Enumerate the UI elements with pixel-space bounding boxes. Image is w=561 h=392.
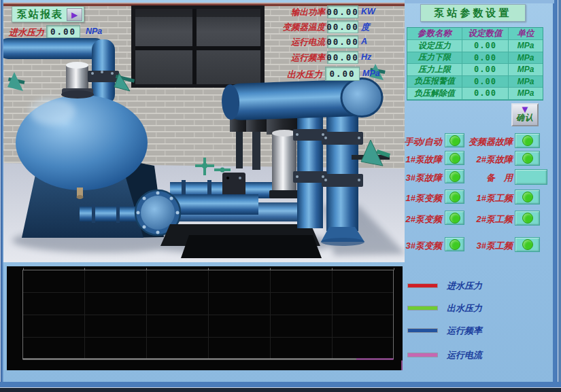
- lamp-pump2-fault: [515, 151, 540, 166]
- lamp-pump3-mains: [515, 237, 540, 252]
- status-label-spare: 备 用: [465, 172, 513, 184]
- pump-station-hmi: 泵站报表 ▶ 进水压力 0.00 NPa 输出功率 00.00 KW 变频器温度…: [0, 0, 561, 392]
- status-lamp: [449, 135, 460, 146]
- param-value-input[interactable]: 0.00: [462, 52, 509, 65]
- table-row: 设定压力 0.00 MPa: [407, 40, 543, 52]
- settings-table: 参数名称 设定数值 单位 设定压力 0.00 MPa 压力下限 0.00 MPa…: [407, 27, 543, 101]
- lamp-pump2-vfd: [445, 211, 464, 225]
- confirm-button[interactable]: ▼ 确认: [511, 103, 539, 126]
- run-current-value: 00.00: [327, 35, 358, 48]
- param-value-input[interactable]: 0.00: [462, 64, 509, 76]
- play-icon[interactable]: ▶: [67, 8, 82, 21]
- lamp-pump1-fault: [445, 151, 464, 165]
- pump-base-lower: [181, 235, 322, 258]
- status-lamp: [449, 213, 460, 224]
- lamp-vfd-fault: [515, 133, 540, 148]
- param-unit: MPa: [509, 64, 543, 76]
- vfd-temp-value: 00.00: [327, 20, 358, 33]
- confirm-button-label: 确认: [513, 112, 537, 124]
- status-lamp: [449, 171, 460, 182]
- legend-swatch-run-current: [407, 353, 438, 357]
- param-value-input[interactable]: 0.00: [462, 88, 509, 100]
- status-label-pump2-vfd: 2#泵变频: [398, 213, 442, 226]
- inlet-pressure-label: 进水压力: [9, 26, 44, 39]
- frame-left-border: [0, 0, 3, 392]
- col-set-value: 设定数值: [462, 28, 509, 40]
- legend-label-inlet-pressure: 进水压力: [447, 280, 482, 292]
- param-value-input[interactable]: 0.00: [462, 40, 509, 52]
- param-unit: MPa: [509, 52, 543, 65]
- table-row: 压力下限 0.00 MPa: [407, 52, 543, 65]
- status-label-auto-manual: 手动/自动: [398, 136, 442, 148]
- settings-table-header: 参数名称 设定数值 单位: [407, 28, 543, 40]
- pump-shaft: [236, 130, 243, 168]
- outlet-pressure-value: 0.00: [325, 67, 360, 81]
- status-label-pump2-fault: 2#泵故障: [465, 154, 513, 166]
- run-freq-label: 运行频率: [277, 52, 325, 64]
- output-power-value: 00.00: [327, 5, 358, 18]
- lamp-pump1-vfd: [445, 190, 464, 204]
- frame-right-border: [553, 0, 561, 392]
- status-lamp: [522, 135, 533, 146]
- status-lamp: [522, 239, 533, 250]
- status-label-pump3-vfd: 3#泵变频: [398, 240, 442, 252]
- status-lamp: [522, 192, 533, 202]
- table-row: 压力上限 0.00 MPa: [407, 64, 543, 76]
- param-name: 压力下限: [407, 52, 462, 65]
- lamp-pump2-mains: [515, 211, 540, 226]
- lamp-auto-manual: [445, 133, 464, 147]
- run-freq-value: 00.00: [327, 51, 358, 64]
- status-lamp: [449, 192, 460, 202]
- discharge-header-pipe: [221, 78, 383, 122]
- status-label-vfd-fault: 变频器故障: [465, 136, 513, 148]
- lamp-pump3-fault: [445, 169, 464, 183]
- table-row: 负压解除值 0.00 MPa: [407, 88, 543, 100]
- status-lamp: [522, 213, 533, 224]
- output-power-unit: KW: [361, 7, 375, 16]
- lamp-pump3-vfd: [445, 237, 464, 251]
- param-name: 负压报警值: [407, 76, 462, 88]
- status-label-pump3-mains: 3#泵工频: [465, 240, 513, 252]
- ceiling-highlight: [3, 3, 405, 4]
- settings-panel-title: 泵站参数设置: [420, 4, 526, 22]
- table-row: 负压报警值 0.00 MPa: [407, 76, 543, 88]
- legend-label-run-current: 运行电流: [447, 349, 482, 361]
- inlet-pipe-horizontal: [3, 38, 105, 59]
- status-label-pump1-fault: 1#泵故障: [398, 154, 442, 166]
- frame-bottom-border: [0, 382, 561, 392]
- param-unit: MPa: [509, 88, 543, 100]
- status-label-pump3-fault: 3#泵故障: [398, 172, 442, 184]
- status-label-pump1-vfd: 1#泵变频: [398, 192, 442, 204]
- param-unit: MPa: [509, 40, 543, 52]
- legend-label-run-frequency: 运行频率: [447, 325, 482, 337]
- output-power-label: 输出功率: [277, 7, 325, 18]
- window: [131, 5, 265, 88]
- lamp-pump1-mains: [515, 190, 540, 204]
- report-button-label: 泵站报表: [17, 8, 63, 21]
- param-unit: MPa: [509, 76, 543, 88]
- col-unit: 单位: [509, 28, 543, 40]
- legend-swatch-outlet-pressure: [407, 306, 438, 310]
- status-lamp: [522, 153, 533, 164]
- status-lamp: [449, 239, 460, 250]
- frame-top-strip: [405, 0, 554, 3]
- status-label-pump2-mains: 2#泵工频: [465, 213, 513, 226]
- param-name: 设定压力: [407, 40, 462, 52]
- col-param-name: 参数名称: [407, 28, 462, 40]
- param-value-input[interactable]: 0.00: [462, 76, 509, 88]
- vfd-temp-label: 变频器温度: [277, 22, 325, 33]
- trend-chart: [7, 266, 403, 370]
- outlet-pressure-label: 出水压力: [279, 69, 322, 81]
- report-button[interactable]: 泵站报表 ▶: [12, 6, 84, 22]
- tank-highlight: [29, 98, 75, 125]
- vfd-temp-unit: 度: [361, 22, 370, 33]
- inlet-pressure-unit: NPa: [86, 26, 102, 36]
- inlet-pressure-value: 0.00: [46, 25, 80, 38]
- run-freq-unit: Hz: [361, 52, 371, 62]
- tank-drain-nozzle: [77, 188, 84, 199]
- outlet-pressure-unit: MPa: [362, 69, 380, 78]
- legend-swatch-run-frequency: [407, 328, 438, 333]
- run-current-unit: A: [361, 37, 367, 46]
- lamp-spare: [515, 169, 547, 185]
- trend-chart-canvas: [7, 266, 403, 370]
